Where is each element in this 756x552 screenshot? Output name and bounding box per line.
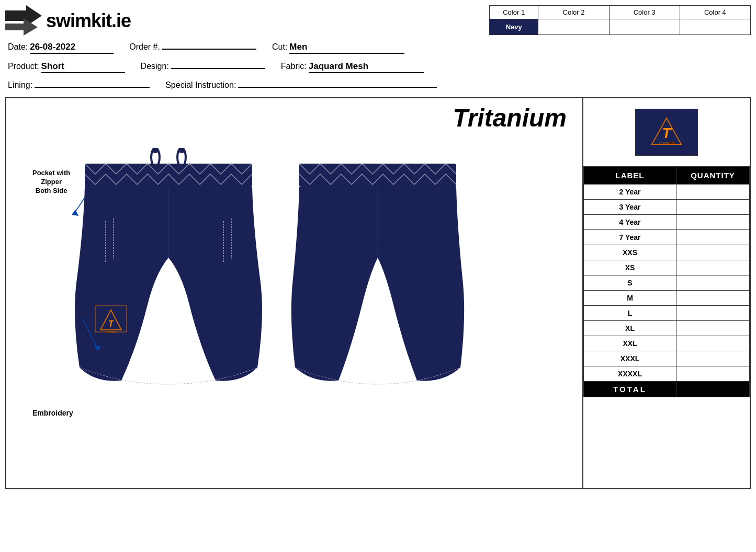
page-header: swimkit.ie Color 1 Color 2 Color 3 Color… xyxy=(5,5,751,37)
cut-label: Cut: xyxy=(272,42,287,52)
svg-marker-19 xyxy=(94,346,101,351)
svg-text:TriTanium: TriTanium xyxy=(659,141,675,145)
size-qty[interactable] xyxy=(676,291,750,306)
brand-logo-svg: T TriTanium xyxy=(646,114,687,151)
total-qty xyxy=(676,382,750,397)
design-value xyxy=(171,67,265,69)
size-row: 2 Year xyxy=(584,185,750,200)
size-row: XL xyxy=(584,321,750,336)
illustration-area: Pocket with Zipper Both Side xyxy=(17,137,572,441)
embroidery-arrow xyxy=(69,315,111,357)
size-label: XS xyxy=(584,260,676,275)
color1-value: Navy xyxy=(490,19,538,35)
size-qty[interactable] xyxy=(676,200,750,215)
quantity-header: QUANTITY xyxy=(676,167,750,185)
special-label: Special Instruction: xyxy=(165,80,236,90)
color2-value xyxy=(538,19,609,35)
logo-badge: T TriTanium xyxy=(635,109,698,156)
size-row: 7 Year xyxy=(584,230,750,245)
logo-text: swimkit.ie xyxy=(46,10,131,32)
product-title: Tritanium xyxy=(17,104,572,132)
svg-line-18 xyxy=(82,318,98,349)
size-qty[interactable] xyxy=(676,185,750,200)
size-qty[interactable] xyxy=(676,366,750,382)
logo-area: swimkit.ie xyxy=(5,5,131,37)
size-label: XXXXL xyxy=(584,366,676,382)
total-label: TOTAL xyxy=(584,382,676,397)
shorts-back xyxy=(289,148,467,399)
size-row: XXXXL xyxy=(584,366,750,382)
color4-value xyxy=(680,19,750,35)
date-label: Date: xyxy=(8,42,28,52)
lining-value xyxy=(35,86,150,88)
svg-text:T: T xyxy=(662,125,672,141)
size-label: 3 Year xyxy=(584,200,676,215)
order-value xyxy=(162,48,256,50)
main-content: Tritanium Pocket with Zipper Both Side xyxy=(5,97,751,489)
design-label: Design: xyxy=(141,62,169,71)
annotation-embroidery: Embroidery xyxy=(32,409,73,417)
logo-icon xyxy=(5,5,42,37)
size-row: XXS xyxy=(584,245,750,260)
right-panel: T TriTanium LABEL QUANTITY 2 Year3 Year4… xyxy=(582,98,750,488)
color-table: Color 1 Color 2 Color 3 Color 4 Navy xyxy=(489,5,751,35)
fabric-label: Fabric: xyxy=(281,62,307,71)
product-value: Short xyxy=(41,61,125,73)
special-value xyxy=(238,86,437,88)
form-row-3: Lining: Special Instruction: xyxy=(8,80,748,90)
size-row: XXXL xyxy=(584,351,750,366)
svg-rect-20 xyxy=(299,164,456,187)
size-label: L xyxy=(584,306,676,321)
size-quantity-table: LABEL QUANTITY 2 Year3 Year4 Year7 YearX… xyxy=(583,166,750,397)
fabric-value: Jaquard Mesh xyxy=(309,61,424,73)
size-label: 4 Year xyxy=(584,215,676,230)
color2-header: Color 2 xyxy=(538,6,609,19)
form-row-2: Product: Short Design: Fabric: Jaquard M… xyxy=(8,61,748,73)
size-qty[interactable] xyxy=(676,351,750,366)
order-label: Order #. xyxy=(129,42,160,52)
size-qty[interactable] xyxy=(676,321,750,336)
size-label: XL xyxy=(584,321,676,336)
size-row: L xyxy=(584,306,750,321)
size-label: S xyxy=(584,275,676,291)
form-section: Date: 26-08-2022 Order #. Cut: Men Produ… xyxy=(5,42,751,90)
size-row: 4 Year xyxy=(584,215,750,230)
size-row: S xyxy=(584,275,750,291)
size-label: 7 Year xyxy=(584,230,676,245)
size-qty[interactable] xyxy=(676,245,750,260)
form-row-1: Date: 26-08-2022 Order #. Cut: Men xyxy=(8,42,748,54)
size-qty[interactable] xyxy=(676,275,750,291)
shorts-front: T TriTanium xyxy=(69,148,268,399)
size-qty[interactable] xyxy=(676,215,750,230)
size-label: M xyxy=(584,291,676,306)
size-label: 2 Year xyxy=(584,185,676,200)
svg-rect-4 xyxy=(85,164,252,187)
size-qty[interactable] xyxy=(676,230,750,245)
size-row: XS xyxy=(584,260,750,275)
size-label: XXXL xyxy=(584,351,676,366)
design-area: Tritanium Pocket with Zipper Both Side xyxy=(6,98,582,488)
product-label: Product: xyxy=(8,62,39,71)
color3-value xyxy=(609,19,680,35)
color1-header: Color 1 xyxy=(490,6,538,19)
lining-label: Lining: xyxy=(8,80,32,90)
size-qty[interactable] xyxy=(676,306,750,321)
size-row: XXL xyxy=(584,336,750,351)
logo-badge-area: T TriTanium xyxy=(583,98,750,166)
size-qty[interactable] xyxy=(676,336,750,351)
svg-point-7 xyxy=(152,148,159,153)
color3-header: Color 3 xyxy=(609,6,680,19)
svg-point-8 xyxy=(178,148,185,153)
size-qty[interactable] xyxy=(676,260,750,275)
color4-header: Color 4 xyxy=(680,6,750,19)
cut-value: Men xyxy=(289,42,404,54)
size-label: XXL xyxy=(584,336,676,351)
total-row: TOTAL xyxy=(584,382,750,397)
size-row: M xyxy=(584,291,750,306)
label-header: LABEL xyxy=(584,167,676,185)
size-row: 3 Year xyxy=(584,200,750,215)
date-value: 26-08-2022 xyxy=(30,42,114,54)
size-label: XXS xyxy=(584,245,676,260)
